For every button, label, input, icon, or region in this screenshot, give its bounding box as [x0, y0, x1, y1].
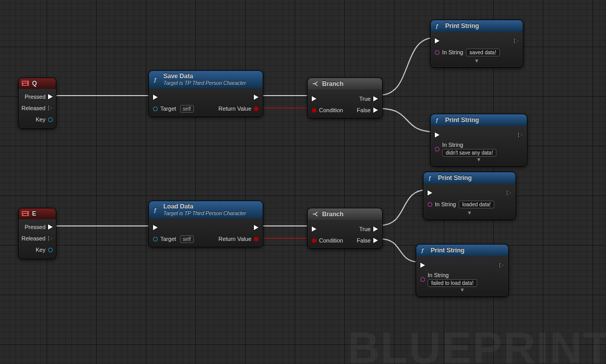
node-title: Q [32, 80, 37, 87]
exec-out[interactable] [518, 132, 523, 138]
svg-text:ƒ: ƒ [154, 207, 157, 213]
function-icon: ƒ [435, 22, 442, 29]
exec-out-released[interactable] [48, 236, 53, 241]
exec-out-pressed[interactable] [48, 94, 53, 99]
node-title: Print String [445, 22, 479, 29]
exec-in[interactable] [435, 132, 440, 138]
node-print-2[interactable]: ƒ Print String In String didn't save any… [430, 114, 527, 166]
data-out-key[interactable] [48, 117, 53, 122]
pin-label-released: Released [22, 105, 46, 111]
node-print-1[interactable]: ƒ Print String In String saved data! ▼ [430, 20, 523, 68]
exec-in[interactable] [312, 226, 316, 232]
in-string-value[interactable]: loaded data! [459, 201, 494, 208]
exec-out[interactable] [507, 190, 511, 195]
svg-rect-1 [23, 82, 24, 83]
pin-label-instring: In String [428, 272, 477, 278]
node-load-data[interactable]: ƒ Load Data Target is TP Third Person Ch… [148, 201, 263, 247]
exec-out[interactable] [254, 95, 259, 100]
svg-rect-2 [24, 82, 25, 83]
node-input-q[interactable]: Q Pressed Released Key [18, 78, 56, 129]
exec-out-true[interactable] [373, 96, 378, 101]
node-header[interactable]: Branch [308, 78, 382, 90]
exec-out-released[interactable] [48, 105, 53, 111]
svg-text:ƒ: ƒ [435, 23, 438, 29]
pin-label-instring: In String [435, 201, 456, 207]
pin-in-string[interactable] [435, 50, 440, 55]
pin-condition[interactable] [312, 108, 316, 113]
function-icon: ƒ [428, 174, 435, 181]
exec-in[interactable] [428, 190, 432, 195]
expand-toggle[interactable]: ▼ [435, 157, 523, 164]
exec-out-false[interactable] [373, 238, 378, 243]
pin-label-pressed: Pressed [25, 94, 46, 100]
exec-out-false[interactable] [373, 108, 378, 113]
node-header[interactable]: Branch [308, 208, 382, 220]
svg-text:ƒ: ƒ [154, 77, 157, 83]
pin-in-string[interactable] [435, 147, 440, 151]
node-branch-2[interactable]: Branch True Condition False [307, 208, 383, 249]
node-header[interactable]: ƒ Print String [431, 20, 523, 32]
exec-in[interactable] [435, 38, 440, 43]
function-icon: ƒ [420, 247, 428, 254]
node-print-4[interactable]: ƒ Print String In String failed to load … [416, 244, 509, 297]
pin-target[interactable] [153, 237, 158, 241]
exec-in[interactable] [153, 95, 158, 100]
pin-return[interactable] [254, 237, 259, 241]
node-subtitle: Target is TP Third Person Character [163, 210, 246, 216]
exec-in[interactable] [312, 96, 316, 101]
self-tag[interactable]: self [180, 105, 194, 113]
pin-return[interactable] [254, 107, 259, 111]
exec-out-pressed[interactable] [48, 224, 53, 230]
pin-condition[interactable] [312, 238, 316, 243]
in-string-value[interactable]: saved data! [466, 49, 500, 56]
node-save-data[interactable]: ƒ Save Data Target is TP Third Person Ch… [148, 70, 263, 117]
exec-out[interactable] [499, 263, 504, 268]
svg-rect-5 [22, 211, 29, 216]
exec-in[interactable] [420, 263, 425, 268]
node-header[interactable]: ƒ Print String [423, 172, 516, 184]
node-subtitle: Target is TP Third Person Character [163, 80, 246, 86]
svg-text:ƒ: ƒ [421, 247, 424, 253]
in-string-value[interactable]: failed to load data! [428, 279, 477, 287]
pin-label-return: Return Value [219, 105, 251, 112]
pin-label-instring: In String [442, 142, 496, 148]
node-branch-1[interactable]: Branch True Condition False [307, 78, 383, 118]
exec-in[interactable] [153, 225, 158, 230]
pin-label-false: False [357, 107, 371, 113]
svg-rect-6 [23, 212, 24, 213]
exec-out-true[interactable] [373, 226, 378, 232]
keyboard-icon [22, 80, 29, 87]
node-header[interactable]: ƒ Save Data Target is TP Third Person Ch… [149, 71, 263, 88]
exec-out[interactable] [254, 225, 259, 230]
node-input-e[interactable]: E Pressed Released Key [18, 208, 56, 259]
svg-rect-7 [24, 212, 25, 213]
node-header[interactable]: E [19, 208, 56, 219]
node-header[interactable]: Q [19, 78, 56, 89]
pin-label-key: Key [36, 247, 46, 253]
data-out-key[interactable] [48, 248, 53, 252]
pin-in-string[interactable] [428, 202, 432, 207]
node-header[interactable]: ƒ Load Data Target is TP Third Person Ch… [149, 201, 263, 219]
exec-out[interactable] [514, 38, 519, 43]
expand-toggle[interactable]: ▼ [428, 210, 511, 217]
node-title: Save Data [163, 73, 246, 80]
branch-icon [312, 80, 319, 87]
expand-toggle[interactable]: ▼ [435, 58, 519, 65]
self-tag[interactable]: self [180, 235, 194, 243]
node-title: Load Data [163, 203, 246, 210]
pin-in-string[interactable] [420, 277, 425, 282]
pin-label-target: Target [160, 105, 176, 112]
svg-rect-9 [23, 214, 27, 215]
node-title: Print String [431, 247, 464, 254]
in-string-value[interactable]: didn't save any data! [442, 149, 496, 157]
watermark: BLUEPRINT [347, 322, 606, 364]
function-icon: ƒ [435, 116, 442, 124]
node-header[interactable]: ƒ Print String [431, 114, 527, 126]
node-header[interactable]: ƒ Print String [416, 245, 508, 256]
node-print-3[interactable]: ƒ Print String In String loaded data! ▼ [423, 172, 516, 220]
node-title: Print String [438, 174, 472, 181]
pin-label-false: False [357, 237, 371, 244]
keyboard-icon [22, 210, 29, 217]
expand-toggle[interactable]: ▼ [420, 287, 504, 294]
pin-target[interactable] [153, 107, 158, 111]
